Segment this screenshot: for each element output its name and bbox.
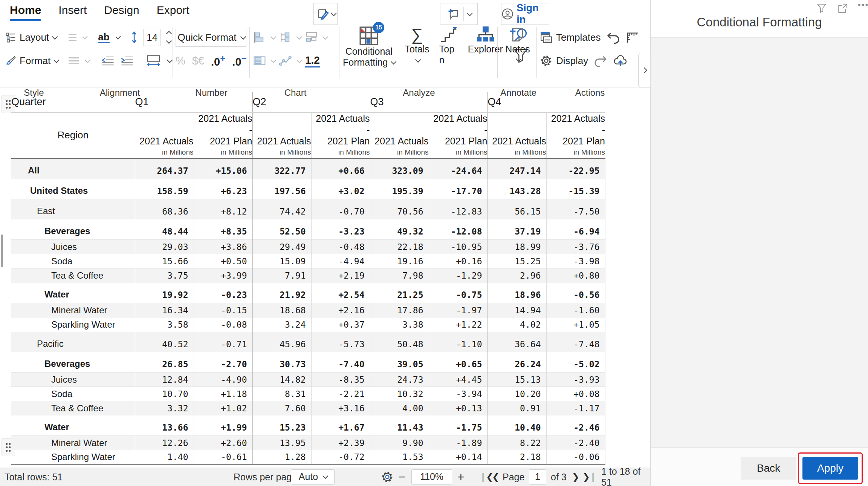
actuals-column-header[interactable]: 2021 Actualsin Millions — [370, 112, 429, 158]
horizontal-align-icon[interactable] — [69, 57, 79, 64]
settings-gear-icon[interactable] — [381, 470, 394, 484]
row-label[interactable]: Tea & Coffee — [11, 401, 135, 415]
expand-panel-toggle[interactable] — [638, 53, 650, 87]
table-row[interactable]: Beverages48.44+8.3552.50-3.2349.32-12.08… — [11, 219, 605, 240]
ruler-icon[interactable] — [626, 31, 640, 44]
table-row[interactable]: Water13.66+1.9915.23+1.6711.43-1.7510.40… — [11, 415, 605, 436]
redo-icon[interactable] — [593, 54, 608, 67]
row-label[interactable]: Sparkling Water — [11, 317, 135, 332]
line-chart-icon[interactable] — [279, 54, 292, 67]
templates-button[interactable]: Templates — [539, 31, 601, 44]
row-label[interactable]: Juices — [11, 240, 135, 254]
layout-button[interactable]: Layout — [5, 32, 56, 43]
delta-column-header[interactable]: 2021 Actuals -2021 Planin Millions — [546, 112, 605, 158]
sign-in-button[interactable]: Sign in — [501, 3, 549, 25]
small-multiples-icon[interactable] — [305, 31, 318, 44]
cloud-upload-icon[interactable] — [613, 54, 628, 67]
table-row[interactable]: Juices12.84-4.9014.82-8.3524.73+4.4515.1… — [11, 373, 605, 387]
increase-decimals-button[interactable]: .0+ — [211, 53, 225, 68]
actuals-column-header[interactable]: 2021 Actualsin Millions — [487, 112, 546, 158]
row-label[interactable]: All — [11, 158, 135, 179]
tab-home[interactable]: Home — [10, 4, 41, 21]
row-label[interactable]: Water — [11, 283, 135, 303]
outdent-icon[interactable] — [101, 56, 115, 66]
zoom-level-input[interactable]: 110% — [411, 469, 452, 484]
delta-column-header[interactable]: 2021 Actuals -2021 Planin Millions — [429, 112, 487, 158]
table-row[interactable]: Tea & Coffee3.75+3.997.91+2.197.98-1.292… — [11, 268, 605, 283]
back-button[interactable]: Back — [741, 457, 796, 480]
table-row[interactable]: All264.37+15.06322.77+0.66323.09-24.6424… — [11, 158, 605, 179]
table-row[interactable]: Pacific40.52-0.7145.96-5.7350.48-1.1036.… — [11, 332, 605, 352]
row-label[interactable]: United States — [11, 179, 135, 199]
indent-icon[interactable] — [121, 56, 134, 66]
corner-header[interactable]: Quarter — [11, 92, 135, 112]
zoom-out-button[interactable]: − — [399, 470, 406, 484]
row-label[interactable]: Water — [11, 415, 135, 436]
percent-format-button[interactable]: % — [176, 55, 185, 67]
decrease-decimals-button[interactable]: .0− — [232, 53, 246, 68]
table-row[interactable]: Soda10.70+1.188.31-2.2110.32-3.9410.20+0… — [11, 387, 605, 401]
row-label[interactable]: Tea & Coffee — [11, 268, 135, 283]
table-row[interactable]: Sparkling Water3.58-0.083.24+0.373.38+1.… — [11, 317, 605, 332]
table-row[interactable]: Beverages26.85-2.7030.73-7.4039.05+0.652… — [11, 352, 605, 373]
table-row[interactable]: Juices29.03+3.8629.49-0.4822.18-10.9518.… — [11, 240, 605, 254]
table-row[interactable]: Mineral Water16.34-0.1518.68+2.1617.86-1… — [11, 303, 605, 317]
undo-icon[interactable] — [606, 31, 620, 44]
top-n-button[interactable]: Top n — [439, 26, 458, 66]
text-format-button[interactable]: ab — [98, 32, 109, 43]
font-size-input[interactable]: 14 — [143, 29, 161, 46]
row-label[interactable]: Soda — [11, 254, 135, 268]
quarter-header-q1[interactable]: Q1 — [135, 92, 252, 112]
row-label[interactable]: Pacific — [11, 332, 135, 352]
conditional-formatting-button[interactable]: 15 Conditional Formatting — [343, 26, 395, 68]
decimals-button[interactable]: 1.2 — [305, 54, 320, 67]
row-label[interactable]: Juices — [11, 373, 135, 387]
tab-insert[interactable]: Insert — [58, 4, 87, 21]
actuals-column-header[interactable]: 2021 Actualsin Millions — [252, 112, 311, 158]
vertical-align-icon[interactable] — [69, 34, 76, 41]
table-icon[interactable] — [253, 54, 266, 67]
tab-export[interactable]: Export — [157, 4, 189, 21]
row-label[interactable]: Mineral Water — [11, 436, 135, 450]
first-page-button[interactable]: ❘❮ — [479, 472, 493, 482]
row-label[interactable]: Soda — [11, 387, 135, 401]
last-page-button[interactable]: ❯❘ — [582, 472, 596, 482]
previous-page-button[interactable]: ❮ — [492, 472, 499, 482]
rows-per-page-select[interactable]: Auto — [291, 469, 335, 484]
spinner-up-icon[interactable] — [166, 31, 172, 37]
quick-format-button[interactable]: Quick Format — [176, 28, 246, 47]
totals-button[interactable]: ∑ Totals — [405, 26, 429, 63]
table-row[interactable]: Water19.92-0.2321.92+2.5421.25-0.7518.96… — [11, 283, 605, 303]
filter-icon[interactable] — [816, 3, 827, 14]
region-header[interactable]: Region — [11, 112, 135, 158]
more-options-icon[interactable]: ••• — [858, 0, 868, 10]
spinner-down-icon[interactable] — [166, 38, 172, 44]
tab-design[interactable]: Design — [104, 4, 139, 21]
hierarchy-chart-icon[interactable] — [279, 31, 292, 44]
column-width-icon[interactable] — [146, 54, 161, 67]
quarter-header-q2[interactable]: Q2 — [252, 92, 370, 112]
zoom-in-button[interactable]: + — [457, 470, 465, 484]
display-button[interactable]: Display — [539, 54, 588, 67]
delta-column-header[interactable]: 2021 Actuals -2021 Planin Millions — [194, 112, 252, 158]
currency-format-button[interactable]: $€ — [192, 55, 204, 67]
edit-view-button[interactable] — [313, 3, 338, 25]
notes-button[interactable]: Notes — [500, 26, 535, 62]
row-label[interactable]: Sparkling Water — [11, 450, 135, 465]
table-scrollbar[interactable] — [1, 235, 3, 267]
row-label[interactable]: Beverages — [11, 352, 135, 373]
table-row[interactable]: Soda15.66+0.5015.09-4.9419.16+0.1615.25-… — [11, 254, 605, 268]
table-row[interactable]: Tea & Coffee3.32+1.027.60+3.164.00+0.130… — [11, 401, 605, 415]
format-button[interactable]: Format — [5, 55, 58, 67]
page-number-input[interactable]: 1 — [529, 469, 546, 484]
table-row[interactable]: Sparkling Water1.40-0.611.28-0.721.53+0.… — [11, 450, 605, 465]
quarter-header-q3[interactable]: Q3 — [370, 92, 487, 112]
actuals-column-header[interactable]: 2021 Actualsin Millions — [135, 112, 194, 158]
quarter-header-q4[interactable]: Q4 — [487, 92, 605, 112]
row-label[interactable]: Beverages — [11, 219, 135, 240]
next-page-button[interactable]: ❯ — [572, 472, 579, 482]
table-row[interactable]: United States158.59+6.23197.56+3.02195.3… — [11, 179, 605, 199]
row-label[interactable]: East — [11, 199, 135, 219]
delta-column-header[interactable]: 2021 Actuals -2021 Planin Millions — [311, 112, 370, 158]
table-row[interactable]: East68.36+8.1274.42-0.7070.56-12.8356.15… — [11, 199, 605, 219]
